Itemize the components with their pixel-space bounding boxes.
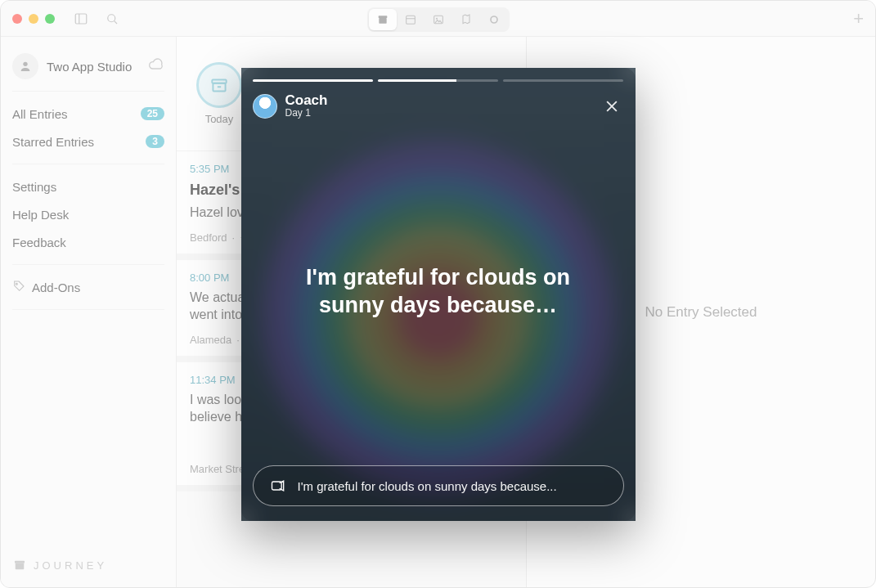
close-icon [604, 98, 620, 114]
app-window: + Two App Studio All Entries 25 Starr [0, 0, 876, 588]
coach-subtitle: Day 1 [285, 107, 328, 119]
close-button[interactable] [600, 94, 624, 119]
respond-button[interactable]: I'm grateful for clouds on sunny days be… [253, 465, 624, 506]
coach-prompt-text: I'm grateful for clouds on sunny days be… [253, 119, 624, 465]
coach-avatar [253, 94, 277, 119]
progress-segment [253, 79, 373, 82]
respond-placeholder: I'm grateful for clouds on sunny days be… [298, 479, 557, 493]
coach-title: Coach [285, 93, 328, 107]
story-progress [253, 79, 624, 82]
modal-overlay[interactable]: Coach Day 1 I'm grateful for clouds on s… [1, 1, 875, 587]
progress-segment [378, 79, 498, 82]
compose-icon [270, 478, 286, 494]
coach-story-card: Coach Day 1 I'm grateful for clouds on s… [241, 68, 636, 521]
coach-header: Coach Day 1 [253, 93, 624, 119]
progress-segment [503, 79, 623, 82]
